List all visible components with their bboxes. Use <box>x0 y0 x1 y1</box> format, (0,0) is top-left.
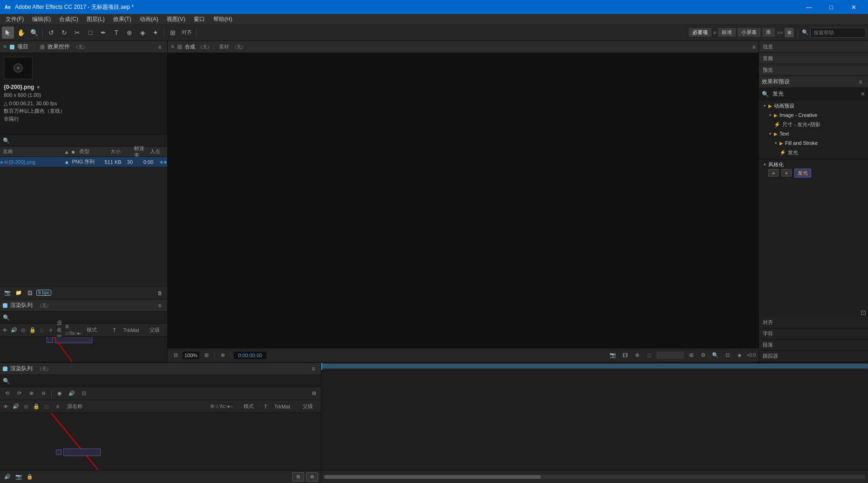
ctrl-btn-1[interactable]: 📷 <box>608 350 618 361</box>
settings-icon-2[interactable]: ⚙ <box>306 472 318 482</box>
comp-tab-label[interactable]: 合成 <box>182 43 198 50</box>
layer-color-box[interactable] <box>47 337 53 343</box>
expand-btn[interactable]: ⊡ <box>861 309 866 316</box>
close-button[interactable]: ✕ <box>843 0 864 14</box>
ctrl-btn-6[interactable]: ⚙ <box>698 350 708 361</box>
preview-header[interactable]: 预览 <box>759 64 868 75</box>
close-comp-tab[interactable]: ✕ <box>168 44 177 50</box>
menu-view[interactable]: 视图(V) <box>163 14 189 24</box>
nav-align[interactable]: 对齐 <box>759 317 868 328</box>
comp-panel-menu[interactable]: ≡ <box>749 42 759 52</box>
effects-menu-btn[interactable]: ≡ <box>856 77 865 87</box>
nav-character[interactable]: 字符 <box>759 328 868 340</box>
zoom-out-btn[interactable]: ⊟ <box>170 350 181 361</box>
close-project-tab[interactable]: ✕ <box>3 44 7 50</box>
workspace-standard[interactable]: 标准 <box>718 28 736 37</box>
tl-loop-btn[interactable]: ◉ <box>54 388 65 399</box>
tool-rect[interactable]: □ <box>84 27 96 39</box>
tool-zoom[interactable]: 🔍 <box>28 27 40 39</box>
minimize-button[interactable]: — <box>798 0 820 14</box>
footage-tab-label[interactable]: 素材 <box>216 43 232 50</box>
tool-hand[interactable]: ✋ <box>15 27 27 39</box>
timeline-scrollbar-track[interactable] <box>324 475 865 479</box>
layer-name-field[interactable] <box>63 449 101 456</box>
timeline-scrollbar-thumb[interactable] <box>324 475 541 479</box>
zoom-in-btn[interactable]: ⊞ <box>201 350 211 361</box>
tool-snapping[interactable]: ⊞ <box>167 27 179 39</box>
file-dropdown[interactable]: ▼ <box>36 84 41 91</box>
tl-frame-back[interactable]: ⊕ <box>26 388 36 399</box>
timeline-range-bar[interactable] <box>321 364 868 368</box>
layer-ctrl-audio[interactable]: 🔊 <box>11 327 17 334</box>
tl-bottom-btn2[interactable]: 📷 <box>14 472 23 482</box>
tool-cut[interactable]: ✂ <box>71 27 83 39</box>
new-folder-btn[interactable]: 📁 <box>14 288 23 298</box>
glow-highlighted[interactable]: 发光 <box>794 169 811 177</box>
menu-layer[interactable]: 图层(L) <box>83 14 108 24</box>
ctrl-btn-5[interactable]: ⊞ <box>686 350 696 361</box>
tree-glow-stylize-1[interactable]: A A 发光 <box>759 168 868 177</box>
timeline-search-input[interactable] <box>12 378 318 384</box>
nav-paragraph[interactable]: 段落 <box>759 340 868 351</box>
ctrl-btn-2[interactable]: 🎞 <box>620 350 630 361</box>
layer-ctrl-eye[interactable]: 👁 <box>2 327 8 334</box>
workspace-essential[interactable]: 必要项 <box>689 28 712 37</box>
render-search-input[interactable] <box>12 315 164 320</box>
tree-text[interactable]: ▼ ▶ Text <box>759 129 868 138</box>
project-search-input[interactable] <box>12 138 164 143</box>
menu-edit[interactable]: 编辑(E) <box>28 14 54 24</box>
help-search-input[interactable] <box>810 27 866 38</box>
tree-anim-presets[interactable]: ▼ ▶ 动画预设 <box>759 101 868 110</box>
tool-select[interactable] <box>2 27 14 39</box>
tl-frame-fwd[interactable]: ⊖ <box>38 388 48 399</box>
tl-audio-btn[interactable]: 🔊 <box>67 388 77 399</box>
find-btn[interactable]: 🖼 <box>25 288 34 298</box>
ctrl-btn-3[interactable]: ⊕ <box>632 350 642 361</box>
tl-chart-btn[interactable]: ⊡ <box>79 388 89 399</box>
ctrl-btn-4[interactable]: □ <box>644 350 654 361</box>
workspace-more[interactable]: >> <box>777 30 783 35</box>
ctrl-btn-8[interactable]: ⊡ <box>722 350 732 361</box>
nav-tracker[interactable]: 跟踪器 <box>759 351 868 362</box>
tool-text[interactable]: T <box>110 27 122 39</box>
tool-undo[interactable]: ↺ <box>45 27 57 39</box>
effects-search-clear[interactable]: ✕ <box>861 91 865 97</box>
render-menu-btn[interactable]: ≡ <box>155 301 164 310</box>
layer-name-input[interactable] <box>55 337 92 343</box>
tl-bottom-btn1[interactable]: 🔊 <box>3 472 12 482</box>
tool-clone[interactable]: ⊕ <box>123 27 136 39</box>
fit-btn[interactable]: ⊕ <box>217 350 228 361</box>
panel-menu-btn[interactable]: ≡ <box>155 42 164 52</box>
comp-time-display[interactable]: 0:00:00:00 <box>234 352 266 359</box>
tl-bottom-btn3[interactable]: 🔒 <box>25 472 34 482</box>
menu-composition[interactable]: 合成(C) <box>55 14 82 24</box>
col-header-sort[interactable]: ▲ <box>61 149 69 155</box>
layer-box[interactable] <box>56 449 61 455</box>
tl-expand-btn[interactable]: ⊞ <box>309 388 319 399</box>
timeline-menu-btn[interactable]: ≡ <box>309 364 318 374</box>
tree-image-creative[interactable]: ▼ ▶ Image - Creative <box>759 110 868 120</box>
ctrl-btn-7[interactable]: 🔍 <box>710 350 720 361</box>
tool-puppet[interactable]: ✦ <box>149 27 162 39</box>
workspace-library[interactable]: 库 <box>762 28 775 37</box>
ctrl-btn-9[interactable]: ◈ <box>734 350 745 361</box>
menu-file[interactable]: 文件(F) <box>2 14 27 24</box>
tool-redo[interactable]: ↻ <box>58 27 70 39</box>
zoom-level[interactable]: 100% <box>183 352 199 359</box>
menu-effects[interactable]: 效果(T) <box>109 14 135 24</box>
settings-icon-1[interactable]: ⚙ <box>292 472 304 482</box>
switch-panel-icon[interactable]: ⊞ <box>785 28 794 37</box>
tree-size-glow[interactable]: ⚡ 尺寸 - 发光+阴影 <box>759 120 868 129</box>
tool-pen[interactable]: ✒ <box>97 27 109 39</box>
effects-search-input[interactable] <box>773 91 859 97</box>
delete-btn[interactable]: 🗑 <box>155 288 164 298</box>
tl-play-btn[interactable]: ⟲ <box>2 388 12 399</box>
tl-stop-btn[interactable]: ⟳ <box>14 388 24 399</box>
tree-glow-fill[interactable]: ⚡ 发光 <box>759 148 868 157</box>
workspace-small[interactable]: 小屏幕 <box>738 28 760 37</box>
table-row[interactable]: ◈ ⊞ {0-200}.png ■ PNG 序列 511 KB 30 0:00 <box>0 157 167 167</box>
layer-ctrl-solo[interactable]: ◎ <box>20 327 26 334</box>
info-header[interactable]: 信息 <box>759 41 868 52</box>
tree-fill-stroke[interactable]: ▼ ▶ Fill and Stroke <box>759 138 868 148</box>
menu-window[interactable]: 窗口 <box>190 14 209 24</box>
